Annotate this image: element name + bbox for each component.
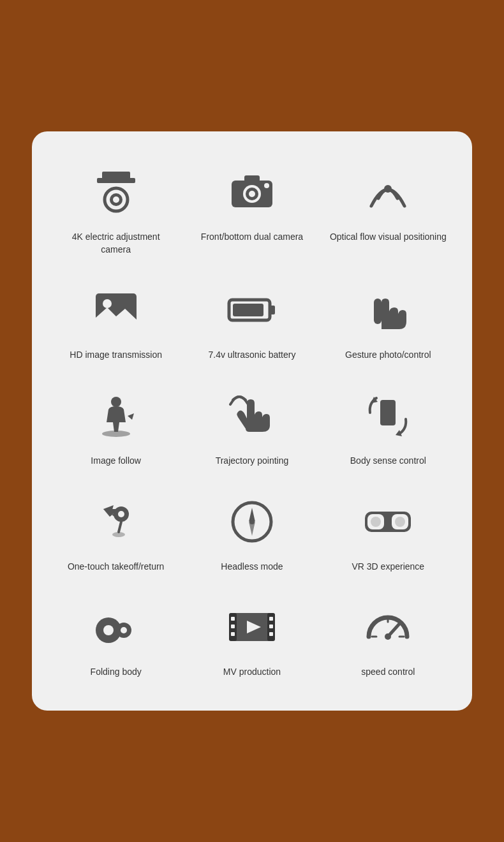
vr-icon: [359, 493, 417, 550]
svg-rect-47: [269, 617, 273, 621]
4k-camera-icon: [87, 163, 145, 221]
vr-label: VR 3D experience: [352, 561, 425, 573]
body-sense-icon: [359, 387, 417, 445]
feature-item-takeoff: One-touch takeoff/return: [51, 487, 181, 580]
battery-icon: [223, 281, 281, 339]
svg-rect-15: [270, 306, 275, 314]
battery-label: 7.4v ultrasonic battery: [209, 349, 296, 362]
body-sense-label: Body sense control: [350, 455, 426, 468]
svg-point-13: [103, 299, 112, 308]
hd-transmission-icon: [87, 281, 145, 339]
optical-flow-icon: [359, 163, 417, 221]
dual-camera-icon: [223, 163, 281, 221]
folding-icon: [87, 598, 145, 656]
feature-item-trajectory: Trajectory pointing: [187, 381, 316, 474]
svg-rect-9: [244, 175, 260, 182]
svg-point-18: [111, 397, 121, 407]
feature-item-mv: MV production: [187, 592, 316, 685]
feature-item-dual-camera: Front/bottom dual camera: [187, 157, 316, 262]
trajectory-label: Trajectory pointing: [216, 455, 289, 468]
image-follow-label: Image follow: [91, 455, 141, 468]
optical-flow-label: Optical flow visual positioning: [330, 231, 447, 244]
dual-camera-label: Front/bottom dual camera: [201, 231, 303, 244]
svg-rect-48: [269, 624, 273, 628]
feature-item-4k-camera: 4K electric adjustment camera: [51, 157, 181, 262]
svg-rect-16: [233, 304, 263, 316]
svg-point-36: [395, 517, 405, 527]
feature-item-vr: VR 3D experience: [323, 487, 453, 580]
feature-item-speed: speed control: [323, 592, 453, 685]
feature-item-headless: Headless mode: [187, 487, 316, 580]
gesture-label: Gesture photo/control: [345, 349, 431, 362]
svg-point-25: [118, 511, 124, 517]
feature-item-hd-transmission: HD image transmission: [51, 275, 181, 368]
svg-rect-49: [269, 632, 273, 636]
mv-icon: [223, 598, 281, 656]
svg-rect-1: [102, 172, 130, 179]
image-follow-icon: [87, 387, 145, 445]
svg-rect-34: [384, 519, 392, 524]
speed-icon: [359, 598, 417, 656]
features-card: 4K electric adjustment camera Front/bott…: [32, 131, 472, 711]
svg-point-30: [249, 519, 255, 524]
mv-label: MV production: [223, 666, 281, 679]
headless-icon: [223, 493, 281, 550]
svg-rect-46: [231, 632, 235, 636]
svg-point-35: [371, 517, 381, 527]
svg-point-4: [113, 196, 119, 203]
feature-item-body-sense: Body sense control: [323, 381, 453, 474]
hd-transmission-label: HD image transmission: [70, 349, 162, 362]
feature-item-image-follow: Image follow: [51, 381, 181, 474]
svg-point-40: [121, 627, 127, 633]
svg-point-10: [264, 183, 269, 188]
svg-rect-17: [374, 299, 382, 324]
svg-point-39: [103, 625, 114, 635]
svg-rect-44: [231, 617, 235, 621]
svg-rect-45: [231, 624, 235, 628]
folding-label: Folding body: [91, 666, 142, 679]
feature-item-gesture: Gesture photo/control: [323, 275, 453, 368]
gesture-icon: [359, 281, 417, 339]
feature-item-folding: Folding body: [51, 592, 181, 685]
headless-label: Headless mode: [221, 561, 283, 573]
svg-rect-20: [380, 400, 396, 425]
4k-camera-label: 4K electric adjustment camera: [56, 231, 175, 256]
trajectory-icon: [223, 387, 281, 445]
svg-point-8: [249, 191, 255, 197]
svg-point-52: [385, 633, 391, 640]
svg-point-26: [112, 532, 125, 537]
takeoff-label: One-touch takeoff/return: [68, 561, 165, 573]
svg-point-21: [386, 425, 390, 429]
svg-point-19: [102, 431, 130, 437]
feature-item-battery: 7.4v ultrasonic battery: [187, 275, 316, 368]
speed-label: speed control: [361, 666, 415, 679]
feature-item-optical-flow: Optical flow visual positioning: [323, 157, 453, 262]
takeoff-icon: [87, 493, 145, 550]
